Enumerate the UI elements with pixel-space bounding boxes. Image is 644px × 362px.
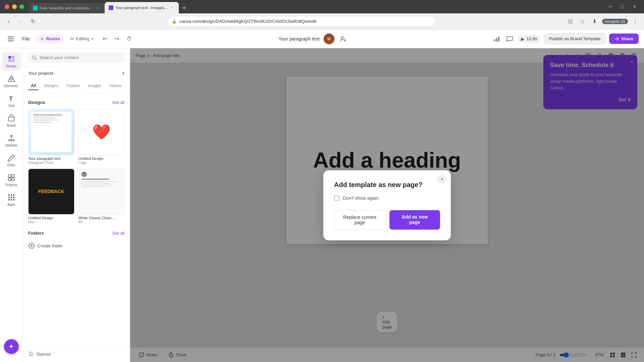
analytics-btn[interactable] (492, 34, 501, 44)
address-bar[interactable]: 🔒 canva.com/design/DAGVwk84gKQ/2TWv0K2Dr… (167, 16, 436, 27)
win-minimize-btn[interactable]: ─ (605, 2, 616, 11)
svg-rect-23 (13, 194, 14, 196)
browser-close-btn[interactable] (5, 4, 9, 9)
user-avatar[interactable]: U (324, 34, 334, 44)
tab-all[interactable]: All (28, 82, 39, 90)
sidebar-item-uploads[interactable]: Uploads (2, 131, 21, 150)
editing-btn[interactable]: ✏ Editing ▾ (67, 34, 97, 44)
folders-see-all-btn[interactable]: See all (112, 231, 124, 236)
design-card-1[interactable]: Your paragraph text Instagram Post (28, 109, 74, 165)
svg-rect-0 (8, 37, 14, 37)
sidebar-item-elements[interactable]: Elements (2, 72, 21, 90)
incognito-badge[interactable]: Incognito (2) (602, 19, 628, 24)
svg-rect-11 (8, 59, 11, 62)
search-icon (32, 55, 37, 60)
modal-close-btn[interactable]: × (437, 174, 447, 184)
search-input[interactable] (40, 55, 120, 60)
timer-value: 12.8s (527, 36, 537, 41)
design-card-4[interactable]: White Classic Clean ... A4 (78, 169, 125, 224)
starred-section[interactable]: Starred (28, 349, 124, 359)
design-card-2[interactable]: ❤️ Untitled Design Logo (78, 109, 125, 165)
redo-btn[interactable]: ↪ (112, 34, 122, 44)
design-card-3[interactable]: feedback Untitled Design Doc (28, 169, 74, 224)
tab-close-1[interactable]: × (95, 5, 101, 11)
tab-folders[interactable]: Folders (64, 82, 83, 90)
magic-btn[interactable]: ✦ (4, 339, 19, 354)
bookmark-btn[interactable]: ☆ (578, 17, 587, 26)
tab-title-2: Your paragraph text - Instagra... (115, 6, 167, 10)
panel-footer: Starred (23, 346, 130, 362)
browser-tab-2[interactable]: Your paragraph text - Instagra... × (105, 2, 179, 13)
sidebar-item-brand[interactable]: Brand (2, 112, 21, 130)
browser-tab-1[interactable]: Free, beautiful, and customizab... × (29, 3, 105, 13)
resize-btn[interactable]: ★ Resize (36, 34, 64, 44)
sidebar-item-design[interactable]: Design (2, 52, 21, 71)
plus-circle-icon (28, 242, 35, 249)
modal-overlay[interactable]: × Add template as new page? Don't show a… (130, 48, 644, 362)
download-btn[interactable]: ⬇ (590, 17, 599, 26)
dont-show-label[interactable]: Don't show again (343, 195, 379, 201)
browser-minimize-btn[interactable] (12, 4, 17, 9)
undo-btn[interactable]: ↩ (100, 34, 110, 44)
dont-show-checkbox[interactable] (334, 195, 339, 201)
sidebar-item-text[interactable]: T Text (2, 92, 21, 110)
pencil-icon: ✏ (70, 36, 74, 42)
tab-designs[interactable]: Designs (41, 82, 61, 90)
cast-icon[interactable]: ⊡ (566, 17, 575, 26)
refresh-btn[interactable]: ↻ (28, 17, 38, 26)
star-icon (28, 351, 34, 357)
file-menu-btn[interactable]: File (19, 34, 33, 44)
svg-rect-8 (498, 37, 499, 42)
design-type-1: Instagram Post (28, 161, 74, 165)
browser-menu-btn[interactable]: ⋮ (631, 17, 640, 26)
timer-play-icon: ▶ (521, 36, 525, 42)
hamburger-icon (8, 37, 14, 41)
back-btn[interactable]: ‹ (4, 17, 13, 26)
design-name-2: Untitled Design (78, 157, 125, 161)
tab-title-1: Free, beautiful, and customizab... (40, 6, 93, 10)
replace-page-btn[interactable]: Replace current page (334, 210, 385, 230)
tab-close-2[interactable]: × (169, 5, 175, 10)
hamburger-menu-btn[interactable] (5, 34, 16, 44)
share-label: Share (621, 36, 633, 41)
svg-rect-26 (13, 197, 14, 198)
designs-section-header: Designs See all (28, 100, 124, 105)
svg-rect-20 (12, 178, 14, 181)
forward-btn[interactable]: › (16, 17, 25, 26)
share-btn[interactable]: Share (609, 34, 639, 44)
design-type-4: A4 (78, 220, 125, 224)
browser-maximize-btn[interactable] (19, 4, 24, 9)
tab-images[interactable]: Images (86, 82, 104, 90)
timer-magic-btn[interactable]: ⏱ (124, 34, 135, 44)
svg-point-14 (10, 77, 13, 80)
apps-icon (7, 193, 15, 201)
sidebar-item-apps[interactable]: Apps (2, 191, 21, 209)
projects-selector[interactable]: Your projects ▾ (23, 67, 130, 79)
doc-title[interactable]: Your paragraph text (278, 36, 319, 42)
tab-videos[interactable]: Videos (107, 82, 124, 90)
panel-search-area (23, 48, 130, 67)
canva-main: Design Elements T Text (0, 48, 644, 362)
text-icon: T (7, 95, 15, 103)
win-close-btn[interactable]: × (629, 2, 640, 11)
search-box[interactable] (28, 52, 124, 63)
svg-marker-13 (8, 75, 15, 81)
design-name-3: Untitled Design (28, 216, 74, 220)
win-restore-btn[interactable]: □ (617, 2, 628, 11)
create-folder-btn[interactable]: Create folder (28, 240, 124, 252)
resize-star-icon: ★ (40, 36, 44, 42)
timer-display[interactable]: ▶ 12.8s (518, 35, 541, 43)
designs-see-all-btn[interactable]: See all (112, 100, 124, 105)
svg-rect-29 (13, 199, 14, 200)
publish-btn[interactable]: Publish as Brand Template (544, 33, 605, 44)
add-collaborator-btn[interactable] (338, 34, 348, 44)
add-tab-btn[interactable]: + (179, 3, 190, 13)
add-as-new-page-btn[interactable]: Add as new page (389, 210, 440, 230)
sidebar-item-draw[interactable]: Draw (2, 151, 21, 170)
comment-btn[interactable] (505, 34, 514, 44)
sidebar-item-projects[interactable]: Projects (2, 171, 21, 189)
svg-rect-7 (496, 38, 497, 42)
feedback-text: feedback (38, 189, 64, 194)
publish-label: Publish as Brand Template (549, 36, 600, 41)
svg-rect-16 (8, 117, 14, 121)
